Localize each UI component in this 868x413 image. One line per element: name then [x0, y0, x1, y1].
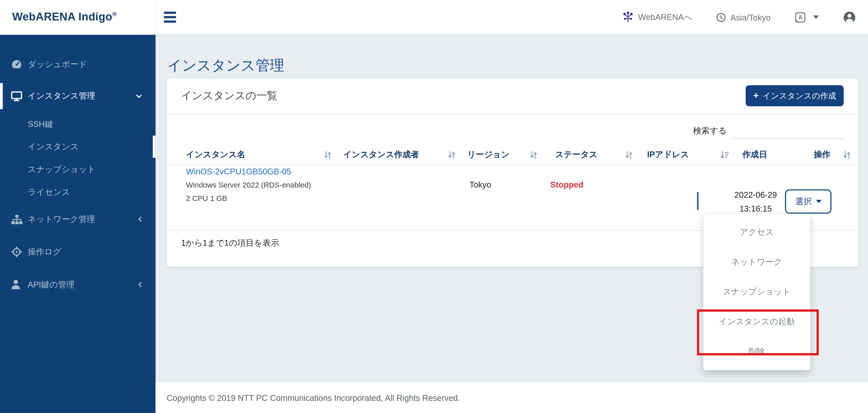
sidebar-item-label: スナップショット: [28, 164, 96, 174]
translate-icon: A: [795, 12, 806, 23]
card-title: インスタンスの一覧: [181, 89, 277, 103]
caret-down-icon: [816, 200, 821, 203]
column-header-instance-name[interactable]: インスタンス名: [186, 149, 245, 160]
sidebar-item-label: SSH鍵: [28, 119, 53, 129]
sort-icon[interactable]: [448, 151, 456, 159]
column-header-actions[interactable]: 操作: [814, 149, 830, 160]
clock-icon: [717, 12, 726, 22]
column-header-instance-creator[interactable]: インスタンス作成者: [343, 149, 419, 160]
create-instance-label: インスタンスの作成: [763, 91, 836, 101]
sidebar-item-dashboard[interactable]: ダッシュボード: [0, 53, 155, 75]
search-label: 検索する: [693, 126, 727, 136]
sidebar-item-licenses[interactable]: ライセンス: [0, 181, 155, 203]
webarena-indigo-console: WebARENA Indigo® WebA: [0, 0, 868, 413]
gauge-icon: [11, 59, 22, 69]
person-icon: [11, 280, 21, 289]
menu-item-start-instance[interactable]: インスタンスの起動: [704, 307, 810, 337]
timezone-label: Asia/Tokyo: [731, 12, 771, 22]
menu-item-delete[interactable]: 削除: [704, 337, 810, 367]
column-header-created-date[interactable]: 作成日: [742, 149, 767, 160]
sidebar-item-label: インスタンス管理: [28, 91, 95, 101]
chevron-down-icon: [136, 94, 142, 98]
created-date-cell: 2022-06-29 13:16:15: [728, 188, 783, 215]
sidebar-item-label: ネットワーク管理: [28, 214, 95, 224]
hamburger-menu-icon[interactable]: [164, 12, 177, 23]
sidebar-item-instances[interactable]: インスタンス: [0, 136, 155, 158]
sidebar-item-network-management[interactable]: ネットワーク管理: [0, 208, 155, 230]
svg-text:A: A: [799, 14, 803, 21]
top-header: WebARENA Indigo® WebA: [0, 0, 868, 35]
top-right-nav: WebARENAへ Asia/Tokyo A: [610, 0, 868, 34]
sort-icon[interactable]: [843, 151, 851, 159]
webarena-tree-icon: [622, 12, 634, 23]
action-dropdown-menu: アクセス ネットワーク スナップショット インスタンスの起動 削除: [703, 214, 810, 370]
sidebar-item-label: インスタンス: [28, 141, 79, 152]
sort-icon[interactable]: [625, 151, 633, 159]
monitor-icon: [11, 91, 22, 101]
sidebar-item-label: ライセンス: [28, 187, 70, 197]
sidebar-item-label: ダッシュボード: [28, 59, 87, 69]
language-menu[interactable]: A: [783, 12, 831, 23]
instance-spec-text: 2 CPU 1 GB: [186, 194, 227, 203]
search-input[interactable]: [733, 123, 844, 139]
sidebar-item-label: API鍵の管理: [28, 279, 74, 290]
sidebar-nav: ダッシュボード インスタンス管理 SSH鍵 インスタンス スナップショット: [0, 34, 155, 413]
card-divider: [166, 114, 858, 115]
sidebar-item-instance-management[interactable]: インスタンス管理: [0, 83, 155, 109]
menu-item-access[interactable]: アクセス: [704, 218, 810, 248]
sitemap-icon: [11, 215, 23, 224]
column-header-status[interactable]: ステータス: [555, 149, 597, 160]
table-header-row: インスタンス名 インスタンス作成者 リージョン ステータス IPアドレス 作成日…: [166, 148, 858, 165]
menu-item-snapshot[interactable]: スナップショット: [704, 277, 810, 307]
table-info-text: 1から1まで1の項目を表示: [181, 238, 279, 249]
plus-icon: +: [753, 90, 759, 101]
sort-descending-icon[interactable]: [720, 151, 729, 159]
created-time: 13:16:15: [728, 201, 783, 215]
ip-cell-divider: [697, 192, 698, 210]
instance-os-text: Windows Server 2022 (RDS-enabled): [186, 181, 311, 189]
sidebar-item-snapshots[interactable]: スナップショット: [0, 158, 155, 181]
crosshair-icon: [11, 247, 22, 258]
sort-icon[interactable]: [530, 151, 538, 159]
timezone-display[interactable]: Asia/Tokyo: [705, 12, 783, 22]
brand-logo[interactable]: WebARENA Indigo®: [0, 0, 155, 34]
create-instance-button[interactable]: + インスタンスの作成: [746, 85, 844, 106]
registered-mark: ®: [112, 11, 117, 17]
sidebar-item-api-keys[interactable]: API鍵の管理: [0, 274, 155, 296]
column-header-ip-address[interactable]: IPアドレス: [647, 149, 689, 160]
select-action-button[interactable]: 選択: [785, 189, 832, 214]
status-badge: Stopped: [550, 180, 583, 189]
account-menu[interactable]: [831, 11, 868, 24]
created-date: 2022-06-29: [728, 188, 783, 201]
column-header-region[interactable]: リージョン: [467, 149, 509, 160]
copyright-text: Copyrights © 2019 NTT PC Communications …: [166, 393, 460, 402]
region-cell: Tokyo: [469, 180, 491, 189]
sidebar-item-operation-log[interactable]: 操作ログ: [0, 241, 155, 263]
sort-icon[interactable]: [324, 151, 332, 159]
brand-text: WebARENA Indigo®: [12, 11, 117, 23]
chevron-left-icon: [138, 281, 142, 288]
webarena-link[interactable]: WebARENAへ: [610, 12, 705, 23]
menu-item-network[interactable]: ネットワーク: [704, 248, 810, 277]
instance-name-link[interactable]: WinOS-2vCPU1GB50GB-05: [186, 166, 291, 176]
sidebar-item-ssh-keys[interactable]: SSH鍵: [0, 113, 155, 135]
select-button-label: 選択: [795, 196, 812, 207]
chevron-down-icon: [813, 15, 819, 19]
page-title: インスタンス管理: [167, 56, 284, 75]
user-icon: [843, 11, 856, 24]
sidebar-item-label: 操作ログ: [28, 247, 61, 257]
chevron-left-icon: [138, 216, 142, 222]
webarena-link-label: WebARENAへ: [638, 12, 692, 23]
page-footer: Copyrights © 2019 NTT PC Communications …: [155, 381, 868, 413]
